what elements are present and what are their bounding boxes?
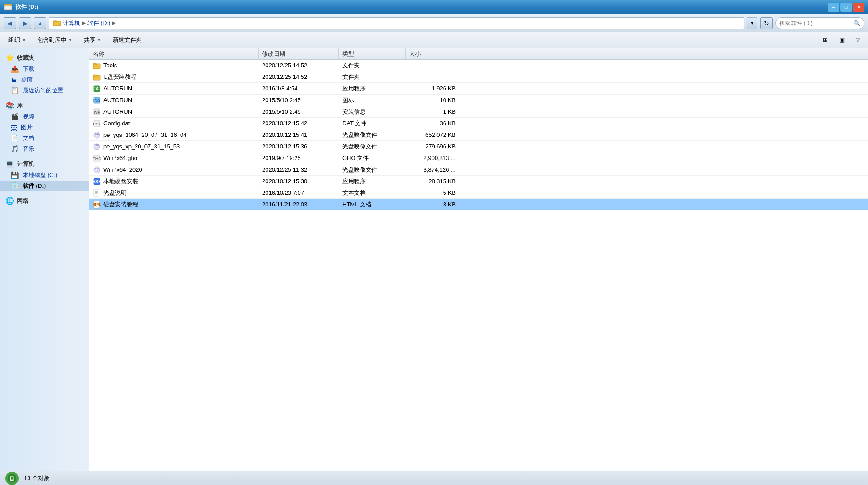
table-row[interactable]: Tools2020/12/25 14:52文件夹 <box>89 60 868 71</box>
table-row[interactable]: 光盘说明2016/10/23 7:07文本文档5 KB <box>89 187 868 199</box>
file-type-cell: 应用程序 <box>339 177 406 185</box>
table-row[interactable]: ISOpe_yqs_xp_20_07_31_15_532020/10/12 15… <box>89 141 868 152</box>
file-name-cell: U盘安装教程 <box>89 73 259 81</box>
titlebar-title: 软件 (D:) <box>15 3 38 11</box>
search-input[interactable] <box>779 20 853 26</box>
minimize-button[interactable]: ─ <box>828 3 839 12</box>
sidebar-item-disk-d[interactable]: 💿 软件 (D:) <box>0 181 89 191</box>
file-size-cell: 3,874,126 ... <box>406 166 459 173</box>
table-row[interactable]: EXE本地硬盘安装2020/10/12 15:30应用程序28,315 KB <box>89 176 868 187</box>
file-icon: ISO <box>93 166 101 174</box>
svg-text:GHO: GHO <box>93 156 101 161</box>
file-modified-cell: 2016/11/21 22:03 <box>259 201 339 208</box>
file-modified-cell: 2015/5/10 2:45 <box>259 97 339 103</box>
forward-button[interactable]: ▶ <box>19 17 31 29</box>
table-row[interactable]: ISOpe_yqs_1064_20_07_31_16_042020/10/12 … <box>89 129 868 141</box>
file-size-cell: 2,900,813 ... <box>406 155 459 161</box>
svg-text:EXE: EXE <box>93 86 101 91</box>
up-button[interactable]: ▲ <box>34 17 46 29</box>
sidebar-item-document[interactable]: 📄 文档 <box>0 133 89 144</box>
search-bar: 🔍 <box>775 17 864 29</box>
table-row[interactable]: HTML硬盘安装教程2016/11/21 22:03HTML 文档3 KB <box>89 199 868 210</box>
refresh-button[interactable]: ↻ <box>760 17 773 29</box>
sidebar-header-network: 🌐 网络 <box>0 195 89 207</box>
file-icon <box>93 73 101 81</box>
sidebar-section-network: 🌐 网络 <box>0 195 89 207</box>
col-header-type[interactable]: 类型 <box>339 48 406 59</box>
statusbar-app-icon: 🖥 <box>5 472 19 485</box>
sidebar-item-music[interactable]: 🎵 音乐 <box>0 144 89 154</box>
new-folder-button[interactable]: 新建文件夹 <box>108 34 147 46</box>
file-type-cell: DAT 文件 <box>339 119 406 127</box>
sidebar-item-download[interactable]: 📥 下载 <box>0 64 89 74</box>
include-library-button[interactable]: 包含到库中 ▼ <box>33 34 77 46</box>
folder-icon <box>53 19 61 27</box>
file-icon: EXE <box>93 177 101 185</box>
table-row[interactable]: GHOWin7x64.gho2019/9/7 19:25GHO 文件2,900,… <box>89 152 868 164</box>
file-size-cell: 36 KB <box>406 120 459 127</box>
music-icon: 🎵 <box>11 145 19 153</box>
sidebar: ⭐ 收藏夹 📥 下载 🖥 桌面 📋 最近访问的位置 📚 库 <box>0 48 89 471</box>
organize-button[interactable]: 组织 ▼ <box>4 34 31 46</box>
file-list: Tools2020/12/25 14:52文件夹U盘安装教程2020/12/25… <box>89 60 868 471</box>
breadcrumb-computer[interactable]: 计算机 <box>63 19 80 27</box>
maximize-button[interactable]: □ <box>840 3 852 12</box>
file-icon: EXE <box>93 85 101 93</box>
file-name-cell: ICOAUTORUN <box>89 96 259 104</box>
svg-text:ICO: ICO <box>93 99 100 103</box>
filelist-area: 名称 修改日期 类型 大小 Tools2020/12/25 14:52文件夹U盘… <box>89 48 868 471</box>
sidebar-item-image[interactable]: 🖼 图片 <box>0 122 89 133</box>
breadcrumb-drive[interactable]: 软件 (D:) <box>87 19 110 27</box>
file-icon <box>93 62 101 70</box>
col-header-modified[interactable]: 修改日期 <box>259 48 339 59</box>
view-button[interactable]: ⊞ <box>818 34 833 46</box>
address-dropdown-button[interactable]: ▼ <box>747 17 757 29</box>
svg-text:🖥: 🖥 <box>9 475 15 482</box>
share-button[interactable]: 共享 ▼ <box>79 34 106 46</box>
recent-icon: 📋 <box>11 86 19 95</box>
table-row[interactable]: INFAUTORUN2015/5/10 2:45安装信息1 KB <box>89 106 868 118</box>
file-name-cell: Tools <box>89 62 259 70</box>
sidebar-section-computer: 💻 计算机 💾 本地磁盘 (C:) 💿 软件 (D:) <box>0 158 89 191</box>
table-row[interactable]: ICOAUTORUN2015/5/10 2:45图标10 KB <box>89 95 868 106</box>
file-modified-cell: 2020/12/25 14:52 <box>259 74 339 80</box>
table-row[interactable]: ISOWin7x64_20202020/12/25 11:32光盘映像文件3,8… <box>89 164 868 176</box>
sidebar-item-recent[interactable]: 📋 最近访问的位置 <box>0 85 89 96</box>
help-button[interactable]: ? <box>852 34 864 46</box>
svg-text:EXE: EXE <box>93 179 101 184</box>
file-name-cell: ISOpe_yqs_1064_20_07_31_16_04 <box>89 131 259 139</box>
network-icon: 🌐 <box>5 197 14 205</box>
back-button[interactable]: ◀ <box>4 17 16 29</box>
svg-text:DAT: DAT <box>93 122 101 126</box>
file-icon: ISO <box>93 131 101 139</box>
file-name-cell: EXE本地硬盘安装 <box>89 177 259 185</box>
file-size-cell: 3 KB <box>406 201 459 208</box>
preview-button[interactable]: ▣ <box>835 34 850 46</box>
file-type-cell: 安装信息 <box>339 108 406 116</box>
disk-d-icon: 💿 <box>11 182 19 190</box>
disk-c-icon: 💾 <box>11 171 19 179</box>
main-layout: ⭐ 收藏夹 📥 下载 🖥 桌面 📋 最近访问的位置 📚 库 <box>0 48 868 471</box>
col-header-name[interactable]: 名称 <box>89 48 259 59</box>
sidebar-item-desktop[interactable]: 🖥 桌面 <box>0 74 89 85</box>
file-size-cell: 1 KB <box>406 108 459 115</box>
close-button[interactable]: ✕ <box>853 3 864 12</box>
file-type-cell: 文件夹 <box>339 62 406 70</box>
file-size-cell: 5 KB <box>406 189 459 196</box>
desktop-icon: 🖥 <box>11 76 17 84</box>
svg-text:ISO: ISO <box>95 167 99 170</box>
file-icon: INF <box>93 108 101 116</box>
file-name-cell: ISOWin7x64_2020 <box>89 166 259 174</box>
file-icon: ISO <box>93 143 101 151</box>
col-header-size[interactable]: 大小 <box>406 48 459 59</box>
video-icon: 🎬 <box>11 113 19 121</box>
sidebar-item-video[interactable]: 🎬 视频 <box>0 111 89 122</box>
table-row[interactable]: EXEAUTORUN2016/1/8 4:54应用程序1,926 KB <box>89 83 868 95</box>
sidebar-item-disk-c[interactable]: 💾 本地磁盘 (C:) <box>0 170 89 181</box>
titlebar-controls: ─ □ ✕ <box>828 3 864 12</box>
table-row[interactable]: DATConfig.dat2020/10/12 15:42DAT 文件36 KB <box>89 118 868 129</box>
table-row[interactable]: U盘安装教程2020/12/25 14:52文件夹 <box>89 71 868 83</box>
file-size-cell: 279,696 KB <box>406 143 459 150</box>
addressbar: ◀ ▶ ▲ 计算机 ▶ 软件 (D:) ▶ ▼ ↻ 🔍 <box>0 14 868 32</box>
titlebar: 软件 (D:) ─ □ ✕ <box>0 0 868 14</box>
